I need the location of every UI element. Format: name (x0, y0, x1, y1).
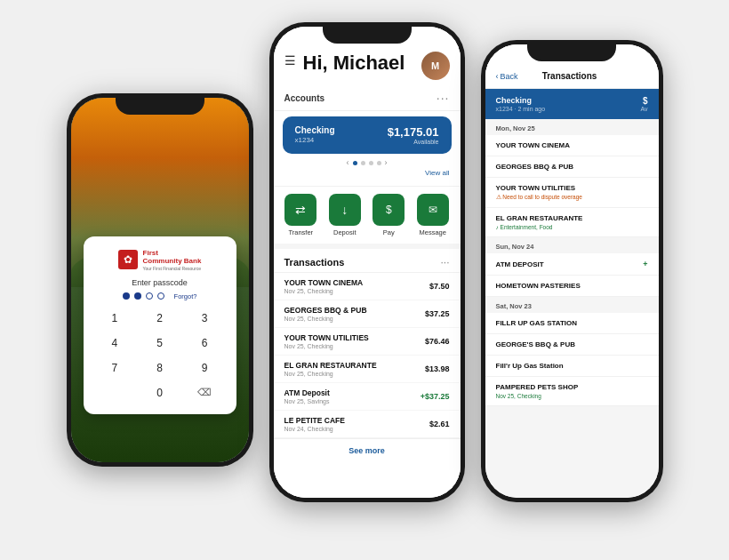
deposit-icon: ↓ (329, 194, 361, 226)
key-5[interactable]: 5 (139, 332, 180, 354)
tx-row-6[interactable]: LE PETITE CAFENov 24, Checking $2.61 (274, 411, 461, 438)
ph3-tx-name-fillr: FILLR UP GAS STATION (496, 319, 648, 327)
transactions-title: Transactions (284, 257, 345, 268)
tx-sub-3: Nov 25, Checking (284, 343, 369, 349)
acc-balance: $ (640, 96, 647, 106)
phone-home: ☰ Hi, Michael M Accounts ··· Checking x1… (269, 22, 465, 502)
ph3-tx-atm[interactable]: ATM DEPOSIT + (485, 253, 659, 276)
ph3-tx-hometown[interactable]: HOMETOWN PASTERIES (485, 276, 659, 297)
home-screen: ☰ Hi, Michael M Accounts ··· Checking x1… (274, 27, 461, 498)
transactions-nav: ‹ Back Transactions (485, 44, 659, 89)
passcode-card: ✿ FirstCommunity Bank Your First Financi… (84, 236, 236, 414)
bank-logo-icon: ✿ (118, 250, 138, 269)
key-2[interactable]: 2 (139, 308, 180, 329)
tx-amount-5: +$37.25 (421, 392, 450, 401)
account-bar: Checking x1234 · 2 min ago $ Av (485, 89, 659, 119)
action-transfer[interactable]: ⇄ Transfer (284, 194, 316, 236)
key-4[interactable]: 4 (94, 332, 136, 354)
greeting: Hi, Michael (303, 52, 421, 75)
transactions-more-icon[interactable]: ··· (440, 256, 449, 268)
tx-amount-1: $7.50 (429, 282, 450, 291)
card-area: Checking x1234 $1,175.01 Available ‹ (274, 111, 461, 186)
ph3-tx-fillr2[interactable]: Fill'r Up Gas Station (485, 356, 659, 377)
ph3-tx-utilities[interactable]: YOUR TOWN UTILITIES ⚠ Need to call to di… (485, 178, 659, 208)
phones-container: ✿ FirstCommunity Bank Your First Financi… (0, 0, 729, 560)
menu-icon[interactable]: ☰ (284, 53, 296, 68)
action-pay[interactable]: $ Pay (373, 194, 405, 236)
dot-3 (146, 292, 153, 300)
key-7[interactable]: 7 (94, 357, 136, 379)
bank-logo: ✿ FirstCommunity Bank Your First Financi… (94, 249, 226, 271)
home-header: ☰ Hi, Michael M (274, 27, 461, 87)
ph3-tx-name-georges2: GEORGE'S BBQ & PUB (496, 340, 648, 348)
key-9[interactable]: 9 (184, 357, 226, 379)
nav-title: Transactions (518, 71, 621, 81)
tx-amount-4: $13.98 (425, 364, 450, 373)
card-balance: $1,175.01 (388, 125, 439, 139)
section-header-mon: Mon, Nov 25 (485, 119, 659, 135)
bank-tagline: Your First Financial Resource (143, 266, 202, 271)
tx-row-1[interactable]: YOUR TOWN CINEMANov 25, Checking $7.50 (274, 273, 461, 300)
section-header-sat: Sat, Nov 23 (485, 297, 659, 313)
key-backspace[interactable]: ⌫ (184, 382, 226, 404)
card-number: x1234 (295, 136, 335, 144)
message-icon: ✉ (417, 194, 449, 226)
key-8[interactable]: 8 (139, 357, 180, 379)
key-6[interactable]: 6 (184, 332, 226, 354)
ph3-tx-georges2[interactable]: GEORGE'S BBQ & PUB (485, 334, 659, 356)
tx-sub-4: Nov 25, Checking (284, 371, 377, 377)
ph3-tx-fillr[interactable]: FILLR UP GAS STATION (485, 313, 659, 334)
tx-sub-6: Nov 24, Checking (284, 426, 345, 432)
acc-number: x1234 · 2 min ago (496, 106, 546, 112)
tx-amount-3: $76.46 (425, 337, 450, 346)
avatar[interactable]: M (421, 52, 450, 80)
deposit-label: Deposit (333, 228, 356, 236)
ph3-tx-name-cinema: YOUR TOWN CINEMA (496, 141, 648, 149)
accounts-bar: Accounts ··· (274, 87, 461, 111)
phone-login: ✿ FirstCommunity Bank Your First Financi… (67, 93, 253, 467)
ph3-tx-cinema[interactable]: YOUR TOWN CINEMA (485, 135, 659, 156)
ph3-tx-name-elgran: EL GRAN RESTAURANTE (496, 214, 648, 222)
ph3-tx-name-hometown: HOMETOWN PASTERIES (496, 282, 648, 290)
ph3-tx-name-pampered: PAMPERED PETS SHOP (496, 383, 648, 391)
tx-row-5[interactable]: ATM DepositNov 25, Savings +$37.25 (274, 383, 461, 411)
action-deposit[interactable]: ↓ Deposit (329, 194, 361, 236)
key-1[interactable]: 1 (94, 308, 136, 329)
ph3-tx-name-atm: ATM DEPOSIT (496, 260, 544, 268)
action-message[interactable]: ✉ Message (417, 194, 449, 236)
ph3-tx-pampered[interactable]: PAMPERED PETS SHOP Nov 25, Checking (485, 377, 659, 406)
transfer-label: Transfer (288, 228, 313, 236)
see-more-link[interactable]: See more (274, 438, 461, 462)
card-avail: Available (388, 139, 439, 145)
tx-name-5: ATM Deposit (284, 388, 330, 397)
ph3-tx-tag-elgran: ♪ Entertainment, Food (496, 224, 648, 230)
login-screen: ✿ FirstCommunity Bank Your First Financi… (71, 98, 249, 462)
key-0[interactable]: 0 (139, 382, 180, 404)
tx-name-4: EL GRAN RESTAURANTE (284, 361, 377, 370)
view-all-link[interactable]: View all (283, 169, 452, 177)
card-dot-2 (361, 161, 365, 165)
dot-1 (123, 292, 130, 300)
forgot-link[interactable]: Forgot? (174, 292, 197, 300)
phone-transactions: ‹ Back Transactions Checking x1234 · 2 m… (481, 40, 663, 502)
card-name: Checking (295, 125, 335, 135)
tx-row-3[interactable]: YOUR TOWN UTILITIESNov 25, Checking $76.… (274, 328, 461, 356)
card-dot-3 (369, 161, 373, 165)
enter-passcode-label: Enter passcode (94, 278, 226, 287)
pay-icon: $ (373, 194, 405, 226)
tx-sub-5: Nov 25, Savings (284, 398, 330, 404)
account-card[interactable]: Checking x1234 $1,175.01 Available (283, 116, 452, 154)
ph3-tx-amount-atm: + (643, 260, 647, 268)
back-label: Back (501, 72, 518, 81)
tx-row-2[interactable]: GEORGES BBQ & PUBNov 25, Checking $37.25 (274, 300, 461, 328)
back-button[interactable]: ‹ Back (496, 72, 518, 81)
key-3[interactable]: 3 (184, 308, 226, 329)
ph3-tx-georges[interactable]: GEORGES BBQ & PUB (485, 156, 659, 178)
numpad: 1 2 3 4 5 6 7 8 9 0 ⌫ (94, 308, 226, 404)
acc-name: Checking (496, 96, 546, 105)
ph3-tx-name-georges: GEORGES BBQ & PUB (496, 163, 648, 171)
ph3-tx-name-fillr2: Fill'r Up Gas Station (496, 362, 648, 370)
tx-row-4[interactable]: EL GRAN RESTAURANTENov 25, Checking $13.… (274, 356, 461, 383)
ph3-tx-elgran[interactable]: EL GRAN RESTAURANTE ♪ Entertainment, Foo… (485, 208, 659, 237)
accounts-more-icon[interactable]: ··· (437, 91, 450, 105)
